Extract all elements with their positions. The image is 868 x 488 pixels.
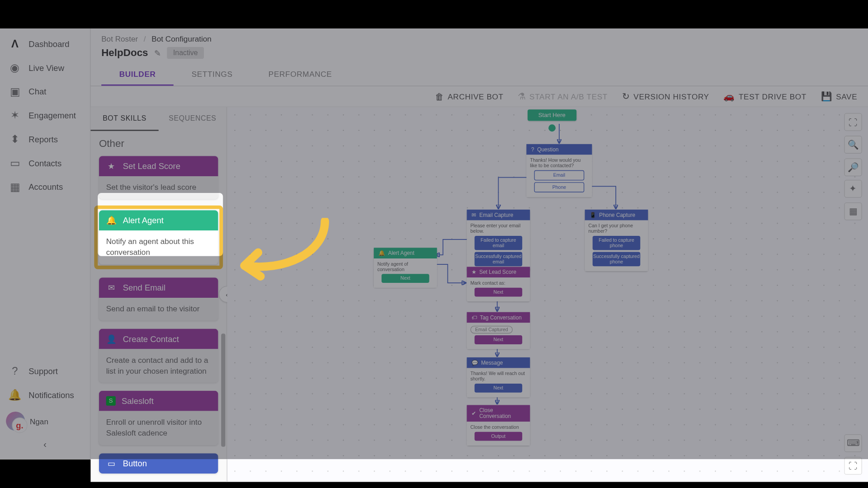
abtest-button[interactable]: ⚗START AN A/B TEST bbox=[518, 91, 608, 102]
skill-desc: Send an email to the visitor bbox=[99, 298, 218, 320]
tab-settings[interactable]: SETTINGS bbox=[174, 64, 250, 86]
node-lead-score[interactable]: ★Set Lead Score Mark contact as: Next bbox=[467, 267, 530, 301]
chat-icon: ▣ bbox=[8, 85, 21, 99]
node-message[interactable]: 💬Message Thanks! We will reach out short… bbox=[467, 357, 530, 397]
history-icon: ↻ bbox=[622, 91, 630, 102]
scrollbar[interactable] bbox=[221, 333, 225, 447]
zoom-out-button[interactable]: 🔎 bbox=[844, 159, 862, 177]
sidebar-collapse-button[interactable]: ‹ bbox=[0, 436, 90, 454]
user-menu[interactable]: g. Ngan bbox=[0, 407, 90, 436]
skill-send-email[interactable]: ✉Send Email Send an email to the visitor bbox=[99, 277, 218, 320]
skill-desc: Notify an agent about this conversation bbox=[99, 231, 218, 264]
star-icon: ★ bbox=[106, 161, 117, 171]
user-name: Ngan bbox=[30, 417, 48, 426]
tab-bot-skills[interactable]: BOT SKILLS bbox=[90, 107, 158, 131]
engagement-icon: ✶ bbox=[8, 109, 21, 122]
sidebar-item-engagement[interactable]: ✶Engagement bbox=[0, 103, 90, 127]
salesloft-icon: S bbox=[106, 396, 116, 406]
sidebar-item-support[interactable]: ?Support bbox=[0, 359, 90, 383]
contacts-icon: ▭ bbox=[8, 157, 21, 170]
save-button[interactable]: 💾SAVE bbox=[821, 91, 858, 102]
node-email-capture[interactable]: ✉Email Capture Please enter your email b… bbox=[467, 210, 530, 271]
auto-layout-button[interactable]: ✦ bbox=[844, 180, 862, 198]
bot-title: HelpDocs bbox=[101, 47, 148, 59]
tag-icon: 🏷 bbox=[472, 314, 477, 320]
tab-sequences[interactable]: SEQUENCES bbox=[159, 107, 226, 131]
logo-icon: Λ bbox=[8, 38, 21, 51]
archive-button[interactable]: 🗑ARCHIVE BOT bbox=[435, 91, 504, 101]
bell-icon: 🔔 bbox=[378, 250, 385, 256]
check-icon: ✔ bbox=[472, 411, 476, 417]
liveview-icon: ◉ bbox=[8, 61, 21, 75]
flask-icon: ⚗ bbox=[518, 91, 526, 102]
archive-icon: 🗑 bbox=[435, 91, 444, 101]
phone-icon: 📱 bbox=[590, 212, 596, 218]
question-icon: ? bbox=[531, 146, 534, 152]
tab-performance[interactable]: PERFORMANCE bbox=[250, 64, 350, 86]
status-badge: Inactive bbox=[167, 47, 204, 59]
skill-set-lead-score[interactable]: ★Set Lead Score Set the visitor's lead s… bbox=[99, 156, 218, 199]
testdrive-button[interactable]: 🚗TEST DRIVE BOT bbox=[723, 91, 807, 102]
mail-icon: ✉ bbox=[472, 212, 476, 218]
reports-icon: ⬍ bbox=[8, 133, 21, 146]
breadcrumb-root[interactable]: Bot Roster bbox=[101, 34, 138, 43]
fullscreen-button[interactable]: ⛶ bbox=[844, 457, 862, 475]
car-icon: 🚗 bbox=[723, 91, 735, 102]
skill-create-contact[interactable]: 👤Create Contact Create a contact and add… bbox=[99, 329, 218, 383]
node-question[interactable]: ?Question Thanks! How would you like to … bbox=[526, 144, 592, 197]
help-icon: ? bbox=[8, 365, 21, 378]
button-icon: ▭ bbox=[106, 459, 117, 468]
node-close[interactable]: ✔Close Conversation Close the conversati… bbox=[467, 405, 530, 446]
edit-title-button[interactable]: ✎ bbox=[154, 48, 161, 58]
skill-alert-agent[interactable]: 🔔Alert Agent Notify an agent about this … bbox=[99, 211, 218, 264]
sidebar-item-contacts[interactable]: ▭Contacts bbox=[0, 151, 90, 175]
node-tag[interactable]: 🏷Tag Conversation Email Captured Next bbox=[467, 312, 530, 349]
sidebar-item-chat[interactable]: ▣Chat bbox=[0, 80, 90, 104]
zoom-in-button[interactable]: 🔍 bbox=[844, 136, 862, 154]
flow-canvas[interactable]: Start Here ?Question Thanks! How would y… bbox=[227, 107, 868, 482]
sidebar-item-dashboard[interactable]: ΛDashboard bbox=[0, 32, 90, 56]
star-icon: ★ bbox=[472, 269, 476, 275]
skill-desc: Create a contact and add to a list in yo… bbox=[99, 349, 218, 382]
node-phone-capture[interactable]: 📱Phone Capture Can I get your phone numb… bbox=[585, 210, 648, 271]
top-tabs: BUILDER SETTINGS PERFORMANCE bbox=[90, 64, 868, 86]
message-icon: 💬 bbox=[472, 360, 478, 366]
sidebar-item-reports[interactable]: ⬍Reports bbox=[0, 127, 90, 151]
skill-desc: Enroll or unenroll visitor into Saleslof… bbox=[99, 411, 218, 445]
tab-builder[interactable]: BUILDER bbox=[101, 64, 174, 86]
accounts-icon: ▦ bbox=[8, 181, 21, 194]
avatar-badge: g. bbox=[12, 418, 27, 433]
person-add-icon: 👤 bbox=[106, 334, 117, 343]
breadcrumb: Bot Roster / Bot Configuration bbox=[90, 28, 868, 45]
save-icon: 💾 bbox=[821, 91, 833, 102]
sidebar-item-accounts[interactable]: ▦Accounts bbox=[0, 175, 90, 199]
node-alert-agent[interactable]: 🔔Alert Agent Notify agent of conversatio… bbox=[374, 248, 437, 288]
history-button[interactable]: ↻VERSION HISTORY bbox=[622, 91, 709, 102]
keyboard-button[interactable]: ⌨ bbox=[844, 434, 862, 452]
skill-desc: Set the visitor's lead score bbox=[99, 176, 218, 199]
breadcrumb-current: Bot Configuration bbox=[151, 34, 211, 43]
sidebar-item-liveview[interactable]: ◉Live View bbox=[0, 56, 90, 80]
skill-button[interactable]: ▭Button bbox=[99, 453, 218, 474]
sidebar: ΛDashboard ◉Live View ▣Chat ✶Engagement … bbox=[0, 28, 90, 459]
sidebar-item-notifications[interactable]: 🔔Notifications bbox=[0, 383, 90, 407]
skill-salesloft[interactable]: SSalesloft Enroll or unenroll visitor in… bbox=[99, 391, 218, 445]
bell-icon: 🔔 bbox=[8, 389, 21, 402]
node-start[interactable]: Start Here bbox=[528, 110, 576, 121]
section-title: Other bbox=[99, 138, 218, 150]
grid-toggle-button[interactable]: ▦ bbox=[844, 202, 862, 221]
mail-icon: ✉ bbox=[106, 283, 117, 292]
fit-view-button[interactable]: ⛶ bbox=[844, 113, 862, 131]
skills-panel: BOT SKILLS SEQUENCES Other ★Set Lead Sco… bbox=[90, 107, 227, 482]
highlighted-skill: 🔔Alert Agent Notify an agent about this … bbox=[94, 206, 223, 269]
bell-icon: 🔔 bbox=[106, 216, 117, 225]
